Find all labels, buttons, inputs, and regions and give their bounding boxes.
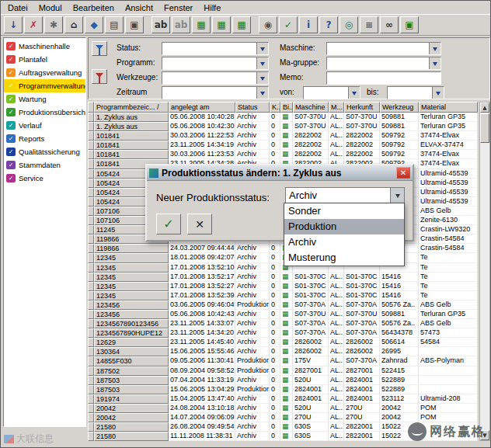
table-row[interactable]: 1234567890HUPE1223.11.2005 14:34:20Archi… (88, 328, 478, 338)
programm-combo[interactable] (162, 57, 269, 70)
chevron-down-icon[interactable] (256, 72, 268, 84)
filter-reset-button[interactable] (92, 69, 107, 84)
sidebar-item-plantafel[interactable]: ✓Plantafel (4, 53, 85, 66)
chevron-down-icon[interactable] (256, 43, 268, 54)
column-header-cell-programmbezeichnung[interactable]: Programmbezeic... / (94, 102, 169, 113)
cancel-button[interactable]: ✕ (187, 214, 212, 234)
sidebar-item-reports[interactable]: ✓Reports (4, 132, 85, 145)
chevron-down-icon[interactable] (256, 87, 268, 99)
table-row[interactable]: 2004224.08.2004 13:10:18Archiv0▦520UAL..… (88, 404, 478, 413)
column-header-cell-m[interactable]: M... (329, 102, 344, 113)
table-row[interactable]: 10184130.03.2006 11:23:53Archiv0▦2822002… (88, 150, 478, 159)
column-header-cell-angelegt-am[interactable]: angelegt am (169, 102, 235, 113)
table-row[interactable]: 11986624.03.2007 09:44:44Archiv0▦Crastin… (88, 244, 478, 253)
column-header-cell-herkunft[interactable]: Herkunft (344, 102, 380, 113)
sidebar-item-produktionsbersicht[interactable]: ✓Produktionsübersicht (4, 106, 85, 119)
settings-icon-button[interactable]: ✱ (44, 16, 63, 33)
table-row[interactable]: 12345605.06.2008 10:42:43Archiv0▦S07-370… (88, 310, 478, 319)
table-row[interactable]: 2004214.07.2004 09:06:09Archiv0▦270UAL..… (88, 413, 478, 422)
von-combo[interactable] (303, 86, 360, 99)
table-row[interactable]: 18750307.04.2004 11:33:19Archiv0▦520UAL.… (88, 376, 478, 385)
dropdown-option-archiv[interactable]: Archiv (284, 234, 404, 250)
table-row[interactable]: 12345603.06.2005 09:46:04Produktion0▦S07… (88, 300, 478, 310)
table-row[interactable]: 19197415.04.2005 13:47:40Archiv0▦2824001… (88, 394, 478, 404)
chevron-down-icon[interactable] (429, 57, 441, 69)
menu-bearbeiten[interactable]: Bearbeiten (68, 2, 120, 14)
maschine-combo[interactable] (326, 42, 441, 55)
table-row[interactable]: 1234517.01.2008 13:52:10Archiv0▦Te (88, 263, 478, 273)
ok-icon-button[interactable]: ✓ (279, 16, 298, 33)
sidebar-item-maschinenhalle[interactable]: ✓Maschinenhalle (4, 40, 85, 53)
column-header-cell-werkzeug[interactable]: Werkzeug (380, 102, 419, 113)
binocular-icon-button[interactable]: ∞ (380, 16, 399, 33)
dropdown-option-musterung[interactable]: Musterung (284, 250, 404, 266)
table-import-icon-button[interactable]: ▦ (212, 16, 231, 33)
table-row[interactable]: 10184130.03.2006 11:22:53Archiv0▦2822002… (88, 131, 478, 141)
table-row[interactable]: 1234517.01.2008 13:52:27Archiv0▦S01-370C… (88, 282, 478, 291)
table-row[interactable]: 1234517.01.2008 13:52:17Archiv0▦S01-370C… (88, 273, 478, 282)
chevron-down-icon[interactable] (348, 87, 360, 99)
sidebar-item-service[interactable]: ✓Service (4, 172, 85, 185)
table-row[interactable]: 13036415.06.2005 15:55:46Archiv0▦2826002… (88, 347, 478, 356)
menu-hilfe[interactable]: Hilfe (198, 2, 226, 14)
sidebar-item-wartung[interactable]: ✓Wartung (4, 92, 85, 106)
menu-ansicht[interactable]: Ansicht (120, 2, 158, 14)
chevron-down-icon[interactable] (390, 188, 404, 203)
table-row[interactable]: 1262923.11.2005 14:45:40Archiv0▦2826002A… (88, 338, 478, 347)
status-select[interactable]: Archiv (285, 187, 405, 204)
clock-icon-button[interactable]: ◉ (259, 16, 277, 33)
table-refresh-icon-button[interactable]: ▦ (232, 16, 251, 33)
magruppe-combo[interactable] (326, 57, 441, 70)
sidebar-item-qualittssicherung[interactable]: ✓Qualitätssicherung (4, 145, 85, 158)
table-row[interactable]: 1. Zyklus aus05.06.2008 10:42:30Archiv0▦… (88, 122, 478, 131)
bis-combo[interactable] (387, 86, 444, 99)
table-row[interactable]: 10184123.11.2005 14:34:19Archiv0▦2822002… (88, 141, 478, 150)
zeitraum-combo[interactable] (162, 86, 269, 99)
sidebar-item-programmverwaltung[interactable]: ✓Programmverwaltung (4, 79, 85, 92)
column-header-cell-material[interactable]: Material (419, 102, 478, 113)
memo-input[interactable] (326, 71, 441, 85)
table-export-icon-button[interactable]: ▦ (192, 16, 211, 33)
import-icon-button[interactable]: ↓ (4, 16, 23, 33)
table-row[interactable]: 18750208.09.2004 09:58:52Produktion0▦282… (88, 366, 478, 376)
preview-icon-button[interactable]: ▤ (105, 16, 124, 33)
column-header-cell-maschine[interactable]: Maschine (293, 102, 329, 113)
help-icon-button[interactable]: ? (319, 16, 338, 33)
chevron-down-icon[interactable] (256, 57, 268, 69)
table-row[interactable]: 1. Zyklus aus05.06.2008 10:40:28Archiv0▦… (88, 113, 478, 122)
modules-icon-button[interactable]: ◆ (85, 16, 103, 33)
scroll-up-icon[interactable]: ▲ (480, 102, 489, 113)
dialog-titlebar[interactable]: Produktionsstatus ändern: 1. Zyklus aus … (147, 165, 413, 181)
column-header-cell-bild-icon[interactable]: Bi... (280, 102, 293, 113)
dropdown-option-produktion[interactable]: Produktion (284, 219, 404, 234)
column-header-row-gutter[interactable] (88, 102, 94, 113)
menu-fenster[interactable]: Fenster (158, 2, 198, 14)
table-row[interactable]: 123456789012345623.11.2005 14:33:07Archi… (88, 319, 478, 328)
filter-apply-button[interactable] (92, 41, 107, 56)
menu-datei[interactable]: Datei (2, 2, 33, 14)
text-icon-button[interactable]: ab (172, 16, 190, 33)
column-header-cell-k[interactable]: K... (270, 102, 280, 113)
menu-modul[interactable]: Modul (33, 2, 68, 14)
view-icon-button[interactable]: ◎ (340, 16, 358, 33)
sidebar-item-auftragsverwaltung[interactable]: ✓Auftragsverwaltung (4, 66, 85, 79)
scroll-thumb[interactable] (480, 113, 489, 143)
table-row[interactable]: 1234517.01.2008 13:52:39Archiv0▦S01-370C… (88, 291, 478, 300)
sidebar-item-stammdaten[interactable]: ✓Stammdaten (4, 158, 85, 172)
spellcheck-icon-button[interactable]: ab (151, 16, 170, 33)
delete-icon-button[interactable]: ✗ (24, 16, 43, 33)
table-row[interactable]: 18750315.06.2005 13:04:29Produktion0▦282… (88, 385, 478, 394)
table-row[interactable]: 1234518.01.2008 09:42:07Archiv0▦Te (88, 253, 478, 262)
chevron-down-icon[interactable] (429, 43, 441, 54)
table-row[interactable]: 14855F03009.05.2006 11:30:41Produktion0▦… (88, 356, 478, 366)
column-header-cell-status[interactable]: Status (235, 102, 270, 113)
home-icon-button[interactable]: ⌂ (64, 16, 83, 33)
status-icon-button[interactable]: ▣ (400, 16, 419, 33)
werkzeuge-combo[interactable] (162, 71, 269, 85)
vertical-scrollbar[interactable]: ▲ ▼ (479, 102, 490, 441)
dropdown-option-sonder[interactable]: Sonder (284, 203, 404, 219)
ok-button[interactable]: ✓ (156, 214, 181, 234)
status-combo[interactable] (162, 42, 269, 55)
chevron-down-icon[interactable] (432, 87, 444, 99)
info-icon-button[interactable]: i (299, 16, 318, 33)
